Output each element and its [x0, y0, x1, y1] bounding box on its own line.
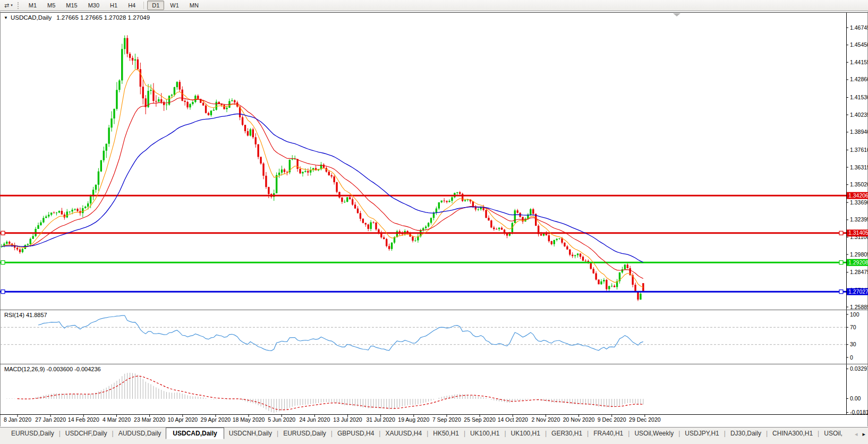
- rsi-axis-label: 100: [850, 311, 860, 318]
- price-axis-label: 1.29805: [850, 251, 868, 258]
- date-axis-label: 18 May 2020: [233, 416, 265, 423]
- macd-axis: 0.0329720.00-0.01815: [846, 365, 868, 415]
- rsi-axis: 10070300: [0, 311, 860, 361]
- rsi-axis-label: 30: [850, 341, 856, 347]
- price-axis-label: 1.25885: [850, 304, 868, 310]
- toolbar-grip: [18, 2, 20, 9]
- macd-axis-label: 0.00: [850, 395, 861, 402]
- axis-price-markers: 1.342061.314051.292081.27027: [847, 192, 868, 295]
- timeframe-button-m30[interactable]: M30: [83, 1, 104, 10]
- price-axis-label: 1.38940: [850, 129, 868, 135]
- chart-tab-bar: EURUSD,Daily|USDCHF,Daily|AUDUSD,DailyUS…: [0, 427, 868, 444]
- date-axis-label: 7 Sep 2020: [432, 416, 461, 423]
- tab-eurusd-daily[interactable]: EURUSD,Daily: [6, 428, 59, 439]
- date-axis-label: 31 Jul 2020: [367, 416, 395, 423]
- chart-title: ▼USDCAD,Daily1.27665 1.27665 1.27028 1.2…: [4, 14, 150, 21]
- timeframe-button-group: M1M5M15M30H1H4D1W1MN: [23, 0, 204, 11]
- line-drag-handle[interactable]: [1, 290, 5, 294]
- date-axis-label: 29 Apr 2020: [201, 416, 231, 423]
- cursor-tool-button[interactable]: ⇄ ▾: [3, 2, 14, 10]
- tab-usdchf-daily[interactable]: USDCHF,Daily: [61, 428, 112, 439]
- date-axis-label: 14 Oct 2020: [498, 416, 528, 423]
- date-axis-label: 25 Sep 2020: [464, 416, 496, 423]
- timeframe-button-h4[interactable]: H4: [123, 1, 140, 10]
- tab-xauusd-h4[interactable]: XAUUSD,H4: [380, 428, 427, 439]
- date-axis-label: 14 Feb 2020: [68, 416, 99, 423]
- tab-china300-h1[interactable]: CHINA300,H1: [768, 428, 818, 439]
- price-axis: 1.467451.454501.441551.428601.415301.402…: [846, 24, 868, 310]
- line-drag-handle[interactable]: [1, 231, 5, 235]
- macd-indicator-label: MACD(12,26,9) -0.003600 -0.004236: [4, 366, 101, 372]
- price-axis-label: 1.40235: [850, 112, 868, 118]
- timeframe-button-m5[interactable]: M5: [42, 1, 60, 10]
- date-axis-label: 13 Jul 2020: [333, 416, 362, 423]
- rsi-axis-label: 70: [850, 324, 856, 330]
- tab-usdjpy-h1[interactable]: USDJPY,H1: [680, 428, 724, 439]
- date-axis-label: 10 Apr 2020: [167, 416, 198, 423]
- tab-usoil-weekly[interactable]: USOil,Weekly: [629, 428, 678, 439]
- price-axis-label: 1.35020: [850, 181, 868, 187]
- rsi-line: [38, 315, 643, 351]
- tab-scroll-right-icon[interactable]: ▸: [862, 431, 865, 438]
- tab-usoil[interactable]: USOil,: [819, 428, 847, 439]
- chart-symbol-label: USDCAD,Daily: [11, 14, 52, 21]
- price-axis-label: 1.32395: [850, 216, 868, 223]
- tab-ger30-h1[interactable]: GER30,H1: [547, 428, 587, 439]
- line-drag-handle[interactable]: [839, 261, 843, 264]
- tab-uk100-h1[interactable]: UK100,H1: [465, 428, 504, 439]
- top-toolbar: ⇄ ▾ M1M5M15M30H1H4D1W1MN: [0, 0, 868, 11]
- price-axis-label: 1.42860: [850, 76, 868, 82]
- chart-tabs: EURUSD,Daily|USDCHF,Daily|AUDUSD,DailyUS…: [0, 428, 852, 440]
- line-drag-handle[interactable]: [839, 290, 843, 294]
- tab-dj30-daily[interactable]: DJ30,Daily: [726, 428, 766, 439]
- chart-canvas[interactable]: 1.467451.454501.441551.428601.415301.402…: [0, 0, 868, 427]
- price-axis-label: 1.33690: [850, 199, 868, 206]
- price-axis-label: 1.45450: [850, 41, 868, 48]
- date-axis-label: 8 Jan 2020: [4, 416, 31, 423]
- tab-usdcad-daily[interactable]: USDCAD,Daily: [166, 428, 224, 439]
- rsi-indicator-label: RSI(14) 41.8857: [4, 312, 47, 318]
- date-axis-label: 29 Dec 2020: [629, 416, 661, 423]
- date-axis-label: 19 Aug 2020: [398, 416, 429, 423]
- tab-scroll-left-icon[interactable]: ◂: [855, 431, 858, 438]
- tab-hk50-h1[interactable]: HK50,H1: [428, 428, 464, 439]
- macd-axis-label: -0.01815: [850, 409, 868, 415]
- timeframe-button-m1[interactable]: M1: [24, 1, 41, 10]
- tab-eurusd-daily[interactable]: EURUSD,Daily: [278, 428, 331, 439]
- tab-scroll-controls: ◂ ▸: [855, 431, 865, 438]
- tab-fra40-h1[interactable]: FRA40,H1: [589, 428, 628, 439]
- price-axis-label: 1.46745: [850, 24, 868, 31]
- macd-signal-line: [18, 376, 643, 410]
- date-axis-label: 27 Jan 2020: [35, 416, 66, 423]
- chart-shift-marker-icon[interactable]: [673, 13, 680, 16]
- rsi-axis-label: 0: [850, 354, 853, 361]
- horizontal-line-objects[interactable]: [0, 195, 846, 294]
- price-marker-label: 1.31405: [848, 229, 868, 236]
- collapse-triangle-icon: ▼: [4, 15, 8, 20]
- line-drag-handle[interactable]: [839, 231, 843, 235]
- timeframe-button-h1[interactable]: H1: [105, 1, 122, 10]
- price-axis-label: 1.36315: [850, 164, 868, 170]
- date-axis-label: 20 Nov 2020: [563, 416, 595, 423]
- tab-gbpusd-h4[interactable]: GBPUSD,H4: [333, 428, 379, 439]
- price-axis-label: 1.41530: [850, 94, 868, 100]
- ma-slow-line: [2, 114, 643, 262]
- price-axis-label: 1.28475: [850, 269, 868, 275]
- chart-frame: [0, 12, 868, 426]
- timeframe-button-w1[interactable]: W1: [165, 1, 184, 10]
- chart-ohlc-values: 1.27665 1.27665 1.27028 1.27049: [56, 14, 150, 21]
- date-axis-label: 2 Nov 2020: [532, 416, 560, 423]
- macd-axis-label: 0.032972: [850, 365, 868, 372]
- price-axis-label: 1.44155: [850, 59, 868, 65]
- timeframe-button-m15[interactable]: M15: [61, 1, 82, 10]
- macd-histogram: [7, 373, 643, 413]
- timeframe-button-d1[interactable]: D1: [147, 1, 164, 10]
- line-drag-handle[interactable]: [1, 261, 5, 264]
- tab-usdcnh-daily[interactable]: USDCNH,Daily: [224, 428, 277, 439]
- tab-audusd-daily[interactable]: AUDUSD,Daily: [114, 428, 166, 439]
- ma-mid-line: [2, 98, 643, 278]
- price-axis-label: 1.37610: [850, 147, 868, 153]
- timeframe-button-mn[interactable]: MN: [185, 1, 203, 10]
- toolbar-separator: [143, 2, 144, 9]
- tab-uk100-h1[interactable]: UK100,H1: [506, 428, 545, 439]
